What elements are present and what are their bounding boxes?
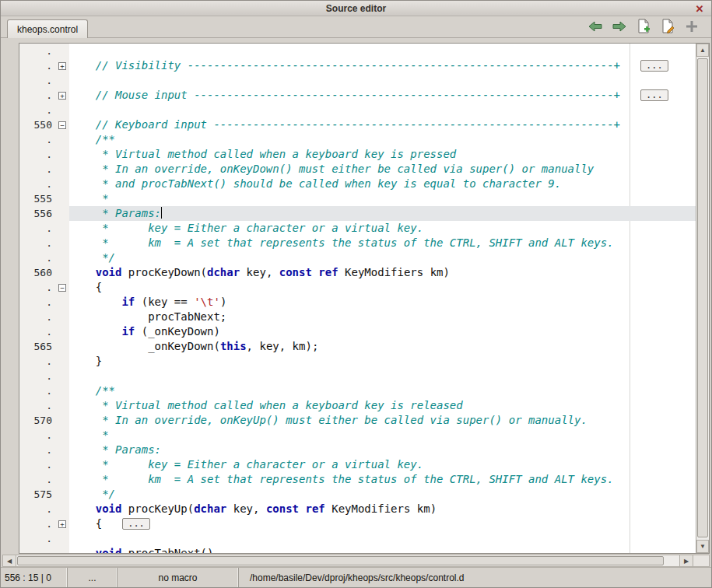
line-number[interactable]: . <box>19 132 57 147</box>
code-text[interactable]: } <box>69 354 696 369</box>
line-number[interactable]: . <box>19 44 57 58</box>
line-number[interactable]: . <box>19 88 57 103</box>
fold-ellipsis[interactable]: ... <box>640 60 668 72</box>
line-number[interactable]: . <box>19 280 57 295</box>
go-forward-button[interactable] <box>611 19 628 34</box>
scroll-down-button[interactable]: ▼ <box>696 540 709 553</box>
line-number[interactable]: . <box>19 324 57 339</box>
fold-marker-icon[interactable]: + <box>58 520 66 528</box>
code-text[interactable]: /** <box>69 132 696 147</box>
document-save-button[interactable] <box>659 19 676 34</box>
line-number[interactable]: . <box>19 250 57 265</box>
code-text[interactable]: {... <box>69 516 696 531</box>
scroll-up-button[interactable]: ▲ <box>696 44 709 57</box>
line-number[interactable]: . <box>19 221 57 236</box>
line-number[interactable]: 555 <box>19 191 57 206</box>
line-number[interactable]: . <box>19 103 57 117</box>
vertical-scrollbar[interactable]: ▲ ▼ <box>696 44 709 553</box>
code-text[interactable]: * Virtual method called when a keyboard … <box>69 398 696 413</box>
line-number[interactable]: . <box>19 310 57 324</box>
code-line: . if (key == '\t') <box>19 295 696 310</box>
code-text[interactable] <box>69 369 696 383</box>
horizontal-scrollbar[interactable]: ◀ ▶ <box>2 555 710 567</box>
line-number[interactable]: 575 <box>19 487 57 502</box>
code-text[interactable]: /** <box>69 383 696 398</box>
line-number[interactable]: . <box>19 502 57 516</box>
line-number[interactable]: . <box>19 428 57 443</box>
code-text[interactable]: void procKeyUp(dchar key, const ref KeyM… <box>69 502 696 516</box>
line-number[interactable]: . <box>19 398 57 413</box>
code-text[interactable]: * km = A set that represents the status … <box>69 472 696 487</box>
code-text[interactable] <box>69 73 696 88</box>
go-back-button[interactable] <box>587 19 604 34</box>
line-number[interactable]: . <box>19 236 57 250</box>
line-number[interactable]: . <box>19 472 57 487</box>
code-text[interactable] <box>69 531 696 546</box>
line-number[interactable]: . <box>19 162 57 177</box>
line-number[interactable]: 550 <box>19 117 57 132</box>
scroll-left-button[interactable]: ◀ <box>3 555 16 566</box>
fold-marker-icon[interactable]: + <box>58 62 66 70</box>
code-text[interactable]: * Virtual method called when a keyboard … <box>69 147 696 162</box>
code-text[interactable]: // Keyboard input ----------------------… <box>69 117 696 132</box>
tab-bar: kheops.control <box>1 16 711 38</box>
line-number[interactable]: . <box>19 383 57 398</box>
code-text[interactable]: void procTabNext() <box>69 546 696 553</box>
code-text[interactable]: void procKeyDown(dchar key, const ref Ke… <box>69 265 696 280</box>
line-number[interactable]: . <box>19 177 57 191</box>
detach-button[interactable] <box>683 19 700 34</box>
code-line: 556 * Params: <box>19 206 696 221</box>
code-text[interactable]: if (_onKeyDown) <box>69 324 696 339</box>
code-text[interactable]: * and procTabNext() should be called whe… <box>69 177 696 191</box>
code-text[interactable]: * In an override, onKeyUp() must either … <box>69 413 696 428</box>
fold-marker-icon[interactable]: + <box>58 92 66 100</box>
line-number[interactable]: 565 <box>19 339 57 354</box>
fold-ellipsis[interactable]: ... <box>640 89 668 101</box>
line-number[interactable]: . <box>19 443 57 457</box>
line-number[interactable]: . <box>19 295 57 310</box>
line-number[interactable]: 570 <box>19 413 57 428</box>
code-text[interactable] <box>69 103 696 117</box>
horizontal-scrollbar-thumb[interactable] <box>17 556 664 565</box>
code-text[interactable] <box>69 44 696 58</box>
code-text[interactable]: { <box>69 280 696 295</box>
code-text[interactable]: procTabNext; <box>69 310 696 324</box>
line-number[interactable]: . <box>19 147 57 162</box>
fold-ellipsis[interactable]: ... <box>122 518 150 530</box>
code-text[interactable]: * key = Either a character or a virtual … <box>69 457 696 472</box>
line-number[interactable]: . <box>19 58 57 73</box>
code-text[interactable]: // Visibility --------------------------… <box>69 58 696 73</box>
code-text[interactable]: * Params: <box>69 206 696 221</box>
code-text[interactable]: // Mouse input -------------------------… <box>69 88 696 103</box>
vertical-scrollbar-thumb[interactable] <box>697 58 708 537</box>
line-number[interactable]: . <box>19 457 57 472</box>
horizontal-scrollbar-track[interactable] <box>16 555 679 566</box>
close-button[interactable]: ✕ <box>693 2 707 16</box>
fold-gutter <box>57 191 69 206</box>
document-add-button[interactable] <box>635 19 652 34</box>
line-number[interactable]: 560 <box>19 265 57 280</box>
fold-marker-icon[interactable]: − <box>58 121 66 129</box>
code-text[interactable]: * key = Either a character or a virtual … <box>69 221 696 236</box>
code-text[interactable]: if (key == '\t') <box>69 295 696 310</box>
line-number[interactable]: . <box>19 73 57 88</box>
line-number[interactable]: . <box>19 531 57 546</box>
tab-kheops-control[interactable]: kheops.control <box>7 19 88 38</box>
fold-marker-icon[interactable]: − <box>58 284 66 292</box>
code-line: . * In an override, onKeyDown() must eit… <box>19 162 696 177</box>
line-number[interactable]: . <box>19 369 57 383</box>
code-text[interactable]: * <box>69 191 696 206</box>
code-text[interactable]: * km = A set that represents the status … <box>69 236 696 250</box>
code-text[interactable]: */ <box>69 487 696 502</box>
scroll-right-button[interactable]: ▶ <box>679 555 693 566</box>
line-number[interactable]: . <box>19 516 57 531</box>
code-text[interactable]: * <box>69 428 696 443</box>
line-number[interactable]: . <box>19 354 57 369</box>
code-text[interactable]: * In an override, onKeyDown() must eithe… <box>69 162 696 177</box>
code-text[interactable]: * Params: <box>69 443 696 457</box>
line-number[interactable]: . <box>19 546 57 553</box>
line-number[interactable]: 556 <box>19 206 57 221</box>
fold-gutter <box>57 428 69 443</box>
code-text[interactable]: _onKeyDown(this, key, km); <box>69 339 696 354</box>
code-text[interactable]: */ <box>69 250 696 265</box>
